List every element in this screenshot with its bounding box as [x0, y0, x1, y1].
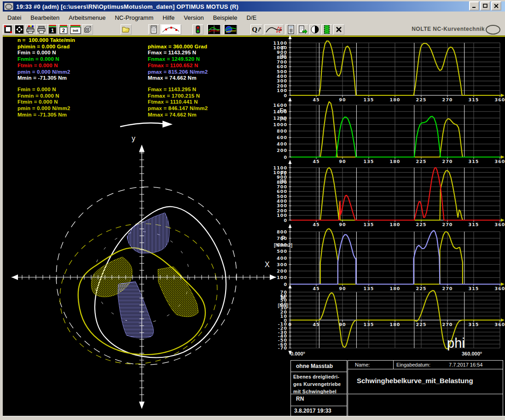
- svg-text:180: 180: [390, 159, 401, 164]
- svg-text:225: 225: [416, 97, 427, 102]
- svg-text:360: 360: [495, 97, 505, 102]
- svg-text:225: 225: [416, 222, 427, 227]
- svg-text:800: 800: [277, 229, 287, 234]
- svg-text:315: 315: [469, 322, 479, 327]
- svg-text:315: 315: [469, 222, 479, 227]
- svg-text:400: 400: [277, 74, 287, 79]
- svg-text:135: 135: [364, 159, 374, 164]
- svg-text:90: 90: [339, 97, 346, 102]
- window-bottom-border: [3, 416, 505, 420]
- svg-text:200: 200: [277, 83, 287, 88]
- application-window: 19:33 #0 (adm) [c:\users\RN\OptimusMotus…: [0, 0, 505, 420]
- svg-text:p: p: [281, 234, 285, 240]
- svg-text:225: 225: [416, 286, 427, 291]
- svg-text:1100: 1100: [273, 41, 287, 46]
- svg-text:270: 270: [442, 322, 453, 327]
- svg-text:[N/mm2]: [N/mm2]: [274, 243, 292, 248]
- svg-text:135: 135: [364, 286, 374, 291]
- svg-text:0: 0: [284, 155, 287, 160]
- svg-text:Fn: Fn: [279, 107, 286, 114]
- svg-text:360: 360: [495, 286, 505, 291]
- svg-text:700: 700: [277, 184, 287, 189]
- svg-text:270: 270: [442, 159, 453, 164]
- svg-text:315: 315: [469, 286, 479, 291]
- svg-text:270: 270: [442, 222, 453, 227]
- svg-text:225: 225: [416, 322, 427, 327]
- svg-text:180: 180: [390, 286, 401, 291]
- chart-Ft: 0100200300400500600700800900100011004590…: [273, 160, 505, 227]
- chart-M: -70-60-50-40-30-20-100102030405060700459…: [278, 284, 505, 355]
- svg-text:100: 100: [277, 275, 287, 280]
- drawing-title[interactable]: Schwinghebelkurve_mit_Belastung: [357, 377, 473, 385]
- mechanism-description: Ebenes dreigliedri-ges Kurvengetriebemit…: [293, 373, 341, 395]
- svg-text:270: 270: [442, 97, 453, 102]
- svg-text:135: 135: [364, 222, 374, 227]
- svg-text:300: 300: [277, 203, 287, 208]
- svg-text:[N]: [N]: [280, 54, 286, 59]
- svg-text:90: 90: [339, 286, 346, 291]
- input-date-value: 7.7.2017 16:54: [449, 362, 482, 368]
- svg-text:600: 600: [277, 135, 287, 140]
- svg-text:225: 225: [416, 159, 427, 164]
- phi-axis-name: phi: [447, 336, 465, 351]
- svg-text:90: 90: [339, 159, 346, 164]
- svg-text:500: 500: [277, 194, 287, 199]
- svg-text:0: 0: [288, 322, 292, 327]
- svg-text:180: 180: [390, 222, 401, 227]
- svg-text:100: 100: [277, 88, 287, 93]
- chart-p: 0100200300400500600700800459013518022527…: [274, 224, 505, 291]
- load-charts-panel: 0100200300400500600700800900100011004590…: [1, 0, 505, 420]
- svg-text:Ft: Ft: [280, 170, 286, 176]
- svg-text:315: 315: [469, 159, 479, 164]
- name-label: Name:: [355, 362, 370, 368]
- svg-text:200: 200: [277, 268, 287, 274]
- svg-text:70: 70: [280, 290, 287, 295]
- svg-text:[N]: [N]: [280, 179, 286, 184]
- svg-text:315: 315: [469, 97, 479, 102]
- text-line: ges Kurvengetriebe: [293, 380, 341, 388]
- svg-text:[N]: [N]: [280, 116, 286, 121]
- svg-text:200: 200: [277, 148, 287, 153]
- svg-text:700: 700: [277, 59, 287, 64]
- svg-text:[Nm]: [Nm]: [278, 303, 289, 308]
- svg-text:300: 300: [277, 262, 287, 267]
- svg-text:M: M: [281, 294, 285, 301]
- svg-text:100: 100: [277, 213, 287, 218]
- svg-text:0: 0: [284, 93, 287, 98]
- svg-text:0: 0: [284, 218, 287, 223]
- input-date-label: Eingabedatum:: [396, 362, 430, 368]
- svg-text:200: 200: [277, 208, 287, 213]
- svg-text:180: 180: [390, 97, 401, 102]
- svg-text:600: 600: [277, 189, 287, 194]
- svg-text:90: 90: [339, 222, 346, 227]
- svg-text:270: 270: [442, 286, 453, 291]
- svg-text:400: 400: [277, 256, 287, 261]
- svg-text:500: 500: [277, 69, 287, 74]
- scale-note: ohne Masstab: [296, 363, 333, 369]
- svg-text:135: 135: [364, 97, 374, 102]
- svg-text:800: 800: [277, 128, 287, 134]
- svg-text:360: 360: [495, 159, 505, 164]
- svg-text:500: 500: [277, 249, 287, 254]
- svg-text:135: 135: [364, 322, 374, 327]
- svg-text:90: 90: [339, 322, 346, 327]
- svg-text:1100: 1100: [273, 165, 287, 170]
- svg-text:300: 300: [277, 78, 287, 83]
- chart-F: 0100200300400500600700800900100011004590…: [273, 35, 505, 102]
- svg-text:1000: 1000: [273, 45, 287, 50]
- svg-text:600: 600: [277, 64, 287, 69]
- svg-text:45: 45: [313, 97, 319, 102]
- phi-start-label: 0.000°: [290, 351, 305, 356]
- svg-text:180: 180: [390, 322, 401, 327]
- phi-end-label: 360.000°: [462, 351, 482, 356]
- text-line: mit Schwinghebel: [293, 388, 341, 395]
- svg-text:360: 360: [495, 222, 505, 227]
- svg-text:400: 400: [277, 141, 287, 146]
- svg-text:45: 45: [313, 222, 319, 227]
- svg-text:1000: 1000: [273, 122, 287, 127]
- svg-text:45: 45: [313, 322, 319, 327]
- svg-text:360: 360: [495, 322, 505, 327]
- chart-Fn: 0200400600800100012001400160045901351802…: [273, 97, 505, 164]
- svg-text:0: 0: [284, 282, 287, 287]
- svg-text:F: F: [281, 45, 285, 52]
